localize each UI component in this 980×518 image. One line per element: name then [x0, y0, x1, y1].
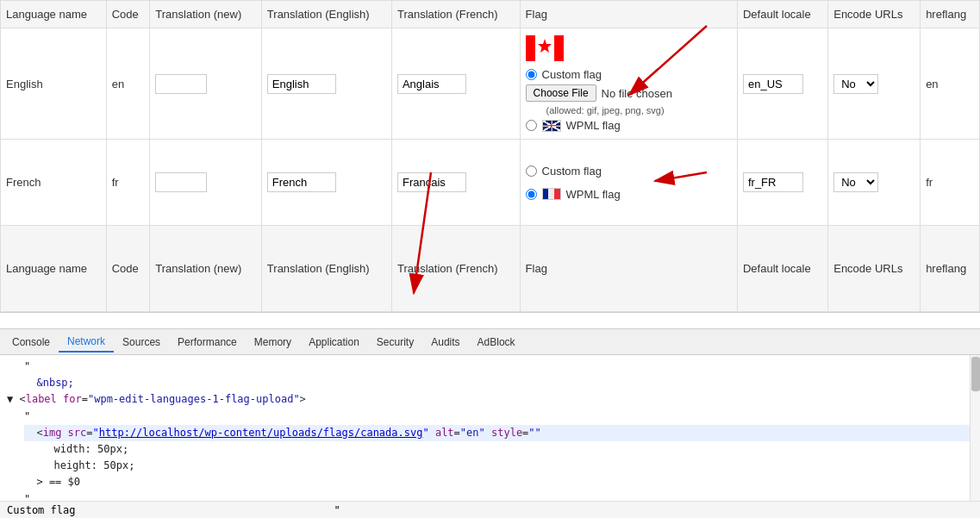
table-row: English en English Anglais — [1, 28, 980, 140]
col-header-encode-urls: Encode URLs — [828, 1, 921, 28]
trans-fr-input-en[interactable]: Anglais — [397, 74, 466, 94]
wpml-flag-option-en: WPML flag — [526, 119, 732, 132]
custom-flag-radio-fr[interactable] — [526, 165, 537, 177]
code-line-height: height: 50px; — [41, 458, 973, 474]
code-line-3: ▼ <label for="wpm-edit-languages-1-flag-… — [7, 391, 973, 408]
tab-audits[interactable]: Audits — [422, 333, 468, 352]
col-header-trans-en: Translation (English) — [261, 1, 391, 28]
table-row: French fr Custom flag — [1, 140, 980, 226]
footer-trans-fr: Translation (French) — [391, 226, 520, 312]
custom-flag-label-en: Custom flag — [542, 68, 602, 81]
bottom-status: Custom flag " — [0, 501, 980, 518]
col-header-flag: Flag — [520, 1, 737, 28]
trans-new-input-fr[interactable] — [155, 172, 207, 192]
trans-fr-input-fr[interactable] — [397, 172, 466, 192]
col-header-trans-new: Translation (new) — [150, 1, 262, 28]
locale-input-en[interactable]: en_US — [743, 74, 803, 94]
tab-console[interactable]: Console — [3, 333, 59, 352]
footer-code: Code — [106, 226, 150, 312]
footer-hreflang: hreflang — [921, 226, 980, 312]
tab-network[interactable]: Network — [59, 332, 114, 353]
custom-flag-radio-en[interactable] — [526, 69, 537, 80]
encode-select-en[interactable]: No Yes — [833, 74, 878, 94]
flag-options-fr: Custom flag WPML flag — [526, 165, 732, 201]
col-header-hreflang: hreflang — [921, 1, 980, 28]
status-left: Custom flag — [7, 504, 75, 516]
devtools-content: " &nbsp; ▼ <label for="wpm-edit-language… — [0, 355, 980, 515]
hreflang-cell-fr: fr — [921, 140, 980, 226]
custom-flag-label-fr: Custom flag — [542, 165, 602, 178]
trans-new-en[interactable] — [150, 28, 262, 140]
footer-trans-en: Translation (English) — [261, 226, 391, 312]
col-header-code: Code — [106, 1, 150, 28]
table-footer-row: Language name Code Translation (new) Tra… — [1, 226, 980, 312]
wpml-flag-label-fr: WPML flag — [566, 188, 621, 201]
flag-cell-en: Custom flag Choose File No file chosen (… — [520, 28, 737, 140]
encode-cell-en[interactable]: No Yes — [828, 28, 921, 140]
tab-sources[interactable]: Sources — [114, 333, 169, 352]
footer-encode: Encode URLs — [828, 226, 921, 312]
allowed-text-en: (allowed: gif, jpeg, png, svg) — [546, 105, 732, 115]
tab-security[interactable]: Security — [368, 333, 422, 352]
lang-name-en: English — [1, 28, 107, 140]
trans-en-fr[interactable] — [261, 140, 391, 226]
footer-flag: Flag — [520, 226, 737, 312]
svg-rect-2 — [554, 35, 564, 61]
flag-options-en: Custom flag Choose File No file chosen (… — [526, 35, 732, 132]
trans-en-en[interactable]: English — [261, 28, 391, 140]
tab-adblock[interactable]: AdBlock — [469, 333, 524, 352]
status-right: " — [334, 504, 340, 516]
col-header-default-locale: Default locale — [737, 1, 827, 28]
wpml-flag-label-en: WPML flag — [566, 119, 621, 132]
footer-locale: Default locale — [737, 226, 827, 312]
flag-cell-fr: Custom flag WPML flag — [520, 140, 737, 226]
trans-en-input-fr[interactable] — [267, 172, 336, 192]
tab-application[interactable]: Application — [300, 333, 368, 352]
french-flag-icon — [542, 188, 561, 200]
footer-lang-name: Language name — [1, 226, 107, 312]
lang-code-en: en — [106, 28, 150, 140]
custom-flag-option-en: Custom flag — [526, 68, 732, 81]
wpml-flag-option-fr: WPML flag — [526, 188, 732, 201]
code-line-4: " — [24, 409, 973, 425]
trans-en-input-en[interactable]: English — [267, 74, 336, 94]
code-line-end: > == $0 — [24, 474, 973, 490]
trans-new-fr[interactable] — [150, 140, 262, 226]
code-line-width: width: 50px; — [41, 441, 973, 458]
trans-fr-fr[interactable] — [391, 140, 520, 226]
choose-file-row-en: Choose File No file chosen — [526, 84, 732, 102]
tab-memory[interactable]: Memory — [246, 333, 300, 352]
encode-select-fr[interactable]: No Yes — [833, 172, 878, 192]
locale-input-fr[interactable] — [743, 172, 803, 192]
lang-name-fr: French — [1, 140, 107, 226]
custom-flag-option-fr: Custom flag — [526, 165, 732, 178]
locale-cell-fr[interactable] — [737, 140, 827, 226]
hreflang-cell-en: en — [921, 28, 980, 140]
col-header-trans-fr: Translation (French) — [391, 1, 520, 28]
encode-cell-fr[interactable]: No Yes — [828, 140, 921, 226]
uk-flag-icon — [542, 120, 561, 132]
locale-cell-en[interactable]: en_US — [737, 28, 827, 140]
devtools-tabs: Console Network Sources Performance Memo… — [0, 329, 980, 355]
choose-file-btn-en[interactable]: Choose File — [526, 84, 596, 102]
code-line-1: " — [24, 359, 973, 375]
canada-flag-icon — [526, 35, 564, 61]
tab-performance[interactable]: Performance — [169, 333, 246, 352]
col-header-language: Language name — [1, 1, 107, 28]
trans-fr-en[interactable]: Anglais — [391, 28, 520, 140]
devtools-panel: Console Network Sources Performance Memo… — [0, 328, 980, 518]
wpml-flag-radio-en[interactable] — [526, 120, 537, 131]
svg-rect-0 — [526, 35, 535, 61]
trans-new-input-en[interactable] — [155, 74, 207, 94]
code-line-2: &nbsp; — [24, 375, 973, 391]
no-file-label-en: No file chosen — [602, 87, 672, 100]
code-line-img: <img src="http://localhost/wp-content/up… — [24, 425, 973, 441]
wpml-flag-radio-fr[interactable] — [526, 189, 537, 200]
footer-trans-new: Translation (new) — [150, 226, 262, 312]
lang-code-fr: fr — [106, 140, 150, 226]
